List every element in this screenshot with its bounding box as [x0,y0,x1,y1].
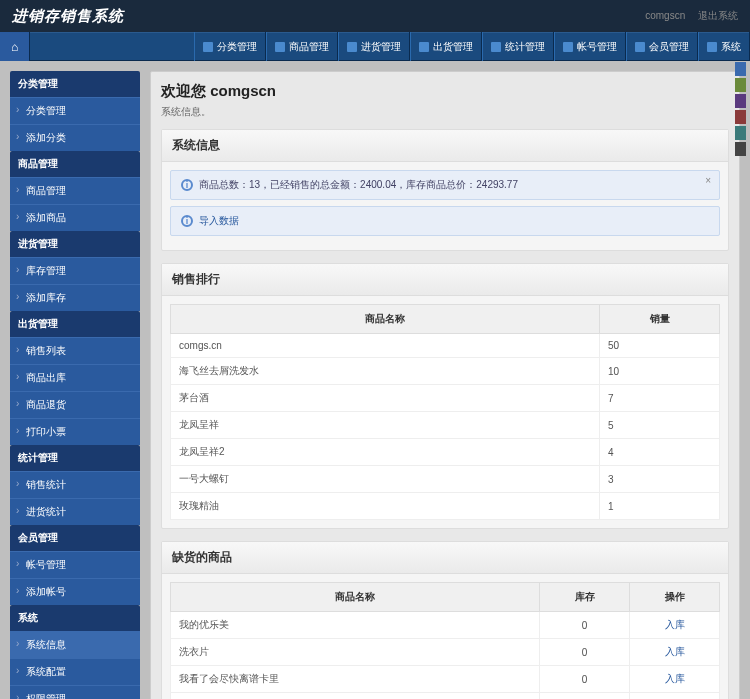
table-row: 茅台酒7 [171,385,720,412]
shortage-panel: 缺货的商品 商品名称 库存 操作 我的优乐美0入库洗衣片0入库我看了会尽快离谱卡… [161,541,729,699]
theme-tab[interactable] [735,142,746,156]
sidebar-group-header[interactable]: 商品管理 [10,151,140,177]
panel-title: 缺货的商品 [162,542,728,574]
welcome-sub: 系统信息。 [161,105,729,119]
cell-name: 我看了会尽快离谱卡里 [171,666,540,693]
cell-qty: 50 [600,334,720,358]
cell-name: 洗衣片 [171,639,540,666]
sidebar-item[interactable]: 打印小票 [10,418,140,445]
cell-name: 龙凤呈祥2 [171,439,600,466]
col-name: 商品名称 [171,583,540,612]
nav-item[interactable]: 出货管理 [410,32,482,61]
cell-qty: 10 [600,358,720,385]
nav-label: 进货管理 [361,40,401,54]
cell-stock: 0 [540,666,630,693]
sidebar-item[interactable]: 库存管理 [10,257,140,284]
cell-stock: 0 [540,639,630,666]
top-nav: ⌂ 分类管理商品管理进货管理出货管理统计管理帐号管理会员管理系统 [0,32,750,61]
nav-label: 分类管理 [217,40,257,54]
cell-name: comgs.cn [171,334,600,358]
sidebar-item[interactable]: 帐号管理 [10,551,140,578]
cell-qty: 4 [600,439,720,466]
shortage-table: 商品名称 库存 操作 我的优乐美0入库洗衣片0入库我看了会尽快离谱卡里0入库慧乐… [170,582,720,699]
cell-name: 茅台酒 [171,385,600,412]
cell-name: 我的优乐美 [171,612,540,639]
nav-icon [347,42,357,52]
cell-name: 玫瑰精油 [171,493,600,520]
col-name: 商品名称 [171,305,600,334]
sidebar-item[interactable]: 销售列表 [10,337,140,364]
sidebar-item[interactable]: 系统信息 [10,631,140,658]
theme-tab[interactable] [735,62,746,76]
sales-table: 商品名称 销量 comgs.cn50海飞丝去屑洗发水10茅台酒7龙凤呈祥5龙凤呈… [170,304,720,520]
cell-qty: 7 [600,385,720,412]
nav-icon [203,42,213,52]
sidebar-item[interactable]: 商品管理 [10,177,140,204]
nav-label: 系统 [721,40,741,54]
sidebar-item[interactable]: 进货统计 [10,498,140,525]
close-icon[interactable]: × [705,175,711,186]
sidebar-item[interactable]: 系统配置 [10,658,140,685]
sidebar-group-header[interactable]: 系统 [10,605,140,631]
nav-item[interactable]: 帐号管理 [554,32,626,61]
sales-rank-panel: 销售排行 商品名称 销量 comgs.cn50海飞丝去屑洗发水10茅台酒7龙凤呈… [161,263,729,529]
sidebar-item[interactable]: 销售统计 [10,471,140,498]
nav-item[interactable]: 系统 [698,32,750,61]
stats-text: 商品总数：13，已经销售的总金额：2400.04，库存商品总价：24293.77 [199,178,518,192]
table-row: 我的优乐美0入库 [171,612,720,639]
table-row: 我看了会尽快离谱卡里0入库 [171,666,720,693]
restock-link[interactable]: 入库 [665,673,685,684]
sidebar-group-header[interactable]: 统计管理 [10,445,140,471]
nav-item[interactable]: 分类管理 [194,32,266,61]
nav-icon [635,42,645,52]
system-info-panel: 系统信息 i 商品总数：13，已经销售的总金额：2400.04，库存商品总价：2… [161,129,729,251]
cell-qty: 5 [600,412,720,439]
sidebar-group-header[interactable]: 出货管理 [10,311,140,337]
col-stock: 库存 [540,583,630,612]
nav-icon [707,42,717,52]
restock-link[interactable]: 入库 [665,619,685,630]
table-row: 一号大螺钉3 [171,466,720,493]
sidebar-item[interactable]: 添加库存 [10,284,140,311]
sidebar-item[interactable]: 商品出库 [10,364,140,391]
sidebar-item[interactable]: 添加帐号 [10,578,140,605]
logout-link[interactable]: 退出系统 [698,10,738,21]
header-bar: 进销存销售系统 comgscn 退出系统 [0,0,750,32]
table-row: comgs.cn50 [171,334,720,358]
sidebar-group-header[interactable]: 进货管理 [10,231,140,257]
theme-tab[interactable] [735,110,746,124]
theme-tab[interactable] [735,94,746,108]
theme-tab[interactable] [735,78,746,92]
table-row: 龙凤呈祥24 [171,439,720,466]
panel-title: 销售排行 [162,264,728,296]
sidebar-item[interactable]: 商品退货 [10,391,140,418]
sidebar-group-header[interactable]: 分类管理 [10,71,140,97]
table-row: 慧乐嘉柜子0入库 [171,693,720,700]
app-title: 进销存销售系统 [12,7,124,26]
import-link[interactable]: 导入数据 [199,214,239,228]
sidebar-item[interactable]: 添加分类 [10,124,140,151]
theme-tab[interactable] [735,126,746,140]
current-user[interactable]: comgscn [645,10,685,21]
nav-label: 帐号管理 [577,40,617,54]
info-alert: i 商品总数：13，已经销售的总金额：2400.04，库存商品总价：24293.… [170,170,720,200]
panel-title: 系统信息 [162,130,728,162]
sidebar-item[interactable]: 分类管理 [10,97,140,124]
nav-item[interactable]: 会员管理 [626,32,698,61]
home-icon[interactable]: ⌂ [0,32,30,61]
col-action: 操作 [630,583,720,612]
nav-item[interactable]: 商品管理 [266,32,338,61]
nav-item[interactable]: 统计管理 [482,32,554,61]
sidebar: 分类管理分类管理添加分类商品管理商品管理添加商品进货管理库存管理添加库存出货管理… [10,71,140,699]
nav-item[interactable]: 进货管理 [338,32,410,61]
cell-qty: 1 [600,493,720,520]
sidebar-item[interactable]: 添加商品 [10,204,140,231]
table-row: 玫瑰精油1 [171,493,720,520]
sidebar-group-header[interactable]: 会员管理 [10,525,140,551]
sidebar-item[interactable]: 权限管理 [10,685,140,699]
table-row: 洗衣片0入库 [171,639,720,666]
nav-icon [419,42,429,52]
nav-icon [491,42,501,52]
welcome-title: 欢迎您 comgscn [161,82,729,101]
restock-link[interactable]: 入库 [665,646,685,657]
